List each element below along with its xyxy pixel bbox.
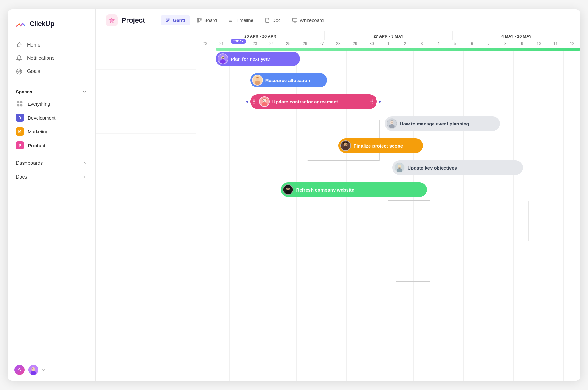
sidebar-item-everything[interactable]: Everything: [11, 97, 92, 111]
tab-board[interactable]: Board: [192, 15, 222, 25]
sidebar-item-home-label: Home: [27, 42, 41, 48]
svg-point-28: [223, 57, 224, 58]
main-content: Project Gantt Board: [96, 9, 580, 381]
gantt-timeline-header: 20 APR - 26 APR 27 APR - 3 MAY 4 MAY - 1…: [196, 31, 580, 48]
avatar-how-to-manage: [387, 118, 397, 129]
gantt-header: 20 APR - 26 APR 27 APR - 3 MAY 4 MAY - 1…: [96, 31, 580, 48]
avatar-finalize: [340, 140, 351, 151]
day-10: 10: [530, 40, 547, 48]
tab-gantt[interactable]: Gantt: [161, 15, 190, 25]
day-30: 30: [363, 40, 380, 48]
svg-point-55: [392, 122, 393, 123]
svg-rect-12: [166, 19, 167, 20]
svg-point-1: [18, 70, 21, 73]
svg-rect-13: [167, 19, 169, 20]
svg-point-9: [31, 371, 37, 375]
tab-doc[interactable]: Doc: [260, 15, 286, 25]
drag-handle-right[interactable]: [370, 99, 374, 104]
day-28: 28: [330, 40, 347, 48]
day-5: 5: [447, 40, 464, 48]
tab-doc-label: Doc: [272, 18, 281, 23]
svg-point-47: [371, 101, 372, 102]
day-23: 23: [246, 40, 263, 48]
sidebar-item-docs[interactable]: Docs: [11, 170, 92, 184]
week-range-1: 20 APR - 26 APR: [196, 31, 325, 40]
marketing-badge: M: [16, 127, 24, 136]
bar-plan-next-year[interactable]: Plan for next year: [216, 52, 300, 66]
svg-point-25: [221, 56, 225, 59]
svg-rect-5: [17, 104, 19, 106]
sidebar-item-notifications[interactable]: Notifications: [11, 52, 92, 65]
bar-refresh-website[interactable]: Refresh company website: [281, 182, 427, 197]
day-12: 12: [564, 40, 580, 48]
svg-point-68: [286, 190, 291, 195]
gantt-chart-area: Plan for next year: [196, 48, 580, 381]
bar-finalize-scope[interactable]: Finalize project scope: [338, 138, 423, 153]
day-27: 27: [313, 40, 330, 48]
svg-point-11: [34, 369, 34, 369]
svg-point-37: [254, 101, 255, 102]
svg-point-57: [344, 143, 348, 146]
day-24: 24: [263, 40, 280, 48]
bar-update-objectives[interactable]: Update key objectives: [392, 160, 523, 175]
chevron-down-icon[interactable]: [42, 368, 46, 372]
svg-point-71: [286, 186, 290, 188]
sidebar-item-notifications-label: Notifications: [27, 55, 54, 61]
week-ranges-row: 20 APR - 26 APR 27 APR - 3 MAY 4 MAY - 1…: [196, 31, 580, 40]
svg-point-59: [345, 144, 345, 145]
whiteboard-icon: [292, 18, 297, 23]
day-26: 26: [297, 40, 313, 48]
bar-how-to-manage[interactable]: How to manage event planning: [385, 116, 500, 131]
avatar-s[interactable]: S: [14, 364, 25, 376]
sidebar-item-goals-label: Goals: [27, 69, 40, 74]
bar-update-contractor-label: Update contractor agreement: [272, 99, 338, 104]
day-4: 4: [430, 40, 447, 48]
week-range-3: 4 MAY - 10 MAY: [453, 31, 580, 40]
clickup-logo-icon: [15, 18, 26, 30]
tab-timeline[interactable]: Timeline: [223, 15, 258, 25]
sidebar-item-development-label: Development: [28, 115, 55, 120]
svg-point-46: [372, 100, 373, 101]
spaces-label: Spaces: [16, 89, 32, 94]
home-icon: [16, 42, 23, 48]
svg-point-60: [346, 144, 347, 145]
app-name: ClickUp: [30, 20, 54, 28]
logo-area: ClickUp: [8, 9, 95, 36]
svg-point-39: [254, 103, 255, 104]
bar-resource-allocation[interactable]: Resource allocation: [250, 73, 327, 87]
day-20: 20: [196, 40, 213, 48]
svg-point-32: [257, 79, 257, 79]
sidebar-item-marketing[interactable]: M Marketing: [11, 125, 92, 138]
sidebar-item-dashboards[interactable]: Dashboards: [11, 157, 92, 170]
svg-point-34: [253, 100, 254, 101]
svg-point-52: [390, 121, 394, 124]
svg-point-50: [372, 103, 373, 104]
spaces-header[interactable]: Spaces: [11, 86, 92, 97]
project-icon-wrap: [106, 14, 118, 26]
bar-resource-allocation-label: Resource allocation: [265, 78, 310, 83]
avatar-b[interactable]: [28, 364, 39, 376]
svg-rect-4: [20, 101, 22, 103]
avatar-resource: [252, 75, 263, 86]
timeline-icon: [228, 18, 234, 23]
sidebar-item-home[interactable]: Home: [11, 38, 92, 52]
drag-handle-icon[interactable]: [252, 99, 256, 104]
gantt-area: 20 APR - 26 APR 27 APR - 3 MAY 4 MAY - 1…: [96, 31, 580, 381]
dashboards-label: Dashboards: [16, 160, 43, 166]
day-1: 1: [380, 40, 397, 48]
sidebar-item-goals[interactable]: Goals: [11, 65, 92, 78]
svg-rect-3: [17, 101, 19, 103]
sidebar-item-development[interactable]: D Development: [11, 111, 92, 125]
svg-point-33: [258, 79, 258, 79]
gantt-labels: [96, 48, 196, 381]
svg-point-43: [263, 100, 264, 101]
tab-whiteboard[interactable]: Whiteboard: [287, 15, 329, 25]
svg-point-8: [31, 367, 35, 371]
project-title: Project: [122, 16, 145, 25]
day-21: 21: [213, 40, 230, 48]
sidebar-item-everything-label: Everything: [28, 101, 50, 107]
sidebar-item-product[interactable]: P Product: [11, 138, 92, 152]
bar-update-contractor[interactable]: Update contractor agreement: [250, 94, 377, 109]
gantt-label-row-5: [96, 134, 196, 155]
app-container: ClickUp Home Notifications: [8, 9, 580, 381]
